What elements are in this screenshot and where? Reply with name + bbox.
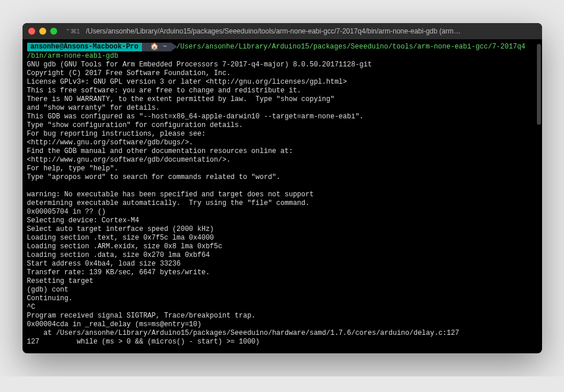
close-button[interactable] bbox=[28, 28, 35, 35]
prompt-path-home: 🏠 ~ bbox=[142, 43, 171, 51]
scrollbar-thumb[interactable] bbox=[537, 44, 541, 125]
maximize-button[interactable] bbox=[50, 28, 57, 35]
terminal-body[interactable]: ansonhe@Ansons-Macbook-Pro🏠 ~/Users/anso… bbox=[23, 39, 542, 353]
window-controls bbox=[28, 28, 57, 35]
prompt-line: ansonhe@Ansons-Macbook-Pro🏠 ~/Users/anso… bbox=[27, 43, 537, 51]
home-icon: 🏠 ~ bbox=[150, 43, 167, 51]
command-text-line1: /Users/ansonhe/Library/Arduino15/package… bbox=[176, 43, 525, 51]
terminal-output: GNU gdb (GNU Tools for Arm Embedded Proc… bbox=[27, 61, 537, 346]
minimize-button[interactable] bbox=[39, 28, 46, 35]
titlebar-meta: ⌃⌘1 bbox=[65, 28, 80, 35]
window-title: /Users/ansonhe/Library/Arduino15/package… bbox=[86, 27, 536, 35]
titlebar[interactable]: ⌃⌘1 /Users/ansonhe/Library/Arduino15/pac… bbox=[23, 23, 542, 39]
command-text-line2: /bin/arm-none-eabi-gdb bbox=[27, 52, 537, 61]
terminal-window: ⌃⌘1 /Users/ansonhe/Library/Arduino15/pac… bbox=[23, 23, 542, 353]
prompt-user-host: ansonhe@Ansons-Macbook-Pro bbox=[27, 43, 142, 51]
